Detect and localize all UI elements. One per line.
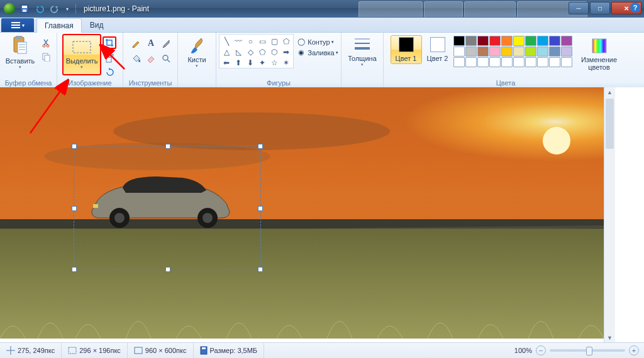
maximize-button[interactable]: □ <box>590 2 610 14</box>
edit-colors-button[interactable]: Изменение цветов <box>577 35 621 73</box>
group-clipboard: Вставить ▾ Буфер обмена <box>0 33 57 88</box>
palette-swatch[interactable] <box>453 46 465 57</box>
crop-button[interactable] <box>103 36 116 49</box>
zoom-knob[interactable] <box>586 347 592 355</box>
canvas-size: 960 × 600пкс <box>128 343 194 358</box>
shape-fill-button[interactable]: ◉Заливка▾ <box>296 47 338 58</box>
tab-home[interactable]: Главная <box>36 18 82 33</box>
palette-swatch[interactable] <box>501 46 513 57</box>
cursor-position-label: 275, 249пкс <box>18 347 55 354</box>
select-label: Выделить <box>66 57 98 65</box>
scroll-down-icon[interactable]: ▼ <box>604 333 615 343</box>
tab-view-label: Вид <box>90 21 104 30</box>
qat-customize-icon[interactable]: ▾ <box>63 3 72 15</box>
minimize-button[interactable]: ─ <box>569 2 589 14</box>
selection-rectangle[interactable] <box>74 146 261 270</box>
color1-swatch <box>399 37 414 52</box>
palette-swatch[interactable] <box>477 36 489 46</box>
palette-swatch[interactable] <box>549 57 560 67</box>
palette-swatch[interactable] <box>549 36 560 46</box>
canvas[interactable] <box>0 87 604 339</box>
undo-icon[interactable] <box>33 3 47 15</box>
palette-swatch[interactable] <box>537 57 548 67</box>
save-icon[interactable] <box>18 3 31 15</box>
scroll-thumb[interactable] <box>606 99 614 149</box>
zoom-slider[interactable] <box>550 349 625 352</box>
zoom-in-button[interactable]: + <box>629 345 639 355</box>
palette-swatch[interactable] <box>525 36 536 46</box>
cut-button[interactable] <box>39 36 54 50</box>
cursor-position: 275, 249пкс <box>0 343 62 358</box>
ribbon-tab-row: ▾ Главная Вид ? <box>0 18 644 33</box>
file-menu-button[interactable]: ▾ <box>1 18 34 32</box>
rotate-button[interactable] <box>103 65 118 79</box>
palette-swatch[interactable] <box>525 46 536 57</box>
color1-button[interactable]: Цвет 1 <box>391 35 422 64</box>
palette-swatch[interactable] <box>549 46 560 57</box>
palette-swatch[interactable] <box>561 46 572 57</box>
palette-swatch[interactable] <box>561 36 572 46</box>
palette-swatch[interactable] <box>525 57 536 67</box>
paste-button[interactable]: Вставить ▾ <box>3 34 38 72</box>
palette-swatch[interactable] <box>489 46 501 57</box>
palette-swatch[interactable] <box>537 46 548 57</box>
color2-swatch <box>430 37 445 52</box>
svg-rect-3 <box>11 22 20 23</box>
palette-swatch[interactable] <box>513 57 525 67</box>
help-button[interactable]: ? <box>630 3 640 13</box>
resize-button[interactable] <box>103 52 118 65</box>
palette-swatch[interactable] <box>513 36 525 46</box>
palette-swatch[interactable] <box>489 36 501 46</box>
palette-swatch[interactable] <box>561 57 572 67</box>
shapes-gallery[interactable]: ╲ 〰 ○ ▭ ▢ ⬠ △ ◺ ◇ ⬠ ⬡ ➡ ⬅ ⬆ ⬇ ✦ ☆ <box>219 34 294 68</box>
palette-swatch[interactable] <box>465 46 477 57</box>
shape-star6-icon: ✶ <box>280 58 292 68</box>
color2-button[interactable]: Цвет 2 <box>422 35 453 64</box>
zoom-out-button[interactable]: − <box>536 345 546 355</box>
size-button[interactable]: Толщина ▾ <box>345 34 380 69</box>
magnifier-button[interactable] <box>158 52 174 65</box>
copy-button[interactable] <box>39 50 54 64</box>
work-area: ▲ ▼ <box>0 87 644 343</box>
shape-curve-icon: 〰 <box>233 36 244 46</box>
pencil-icon <box>131 39 140 48</box>
palette-swatch[interactable] <box>477 46 489 57</box>
redo-icon[interactable] <box>48 3 62 15</box>
shape-roundrect-icon: ▢ <box>269 36 280 46</box>
palette-swatch[interactable] <box>477 57 489 67</box>
eraser-button[interactable] <box>143 52 158 65</box>
chevron-down-icon: ▾ <box>196 63 198 68</box>
window-title: picture1.png - Paint <box>84 4 149 13</box>
zoom-value: 100% <box>514 347 532 354</box>
scroll-up-icon[interactable]: ▲ <box>604 87 615 97</box>
color-palette[interactable] <box>453 36 572 67</box>
palette-swatch[interactable] <box>489 57 501 67</box>
text-button[interactable]: A <box>143 36 158 50</box>
shape-arrowl-icon: ⬅ <box>221 58 232 68</box>
fill-button[interactable] <box>128 52 143 65</box>
outline-label: Контур <box>308 38 330 46</box>
status-bar: 275, 249пкс 296 × 196пкс 960 × 600пкс Ра… <box>0 342 644 358</box>
shape-star4-icon: ✦ <box>257 58 268 68</box>
group-shapes: ╲ 〰 ○ ▭ ▢ ⬠ △ ◺ ◇ ⬠ ⬡ ➡ ⬅ ⬆ ⬇ ✦ ☆ <box>216 33 341 88</box>
pencil-button[interactable] <box>128 36 143 50</box>
shape-oval-icon: ○ <box>245 36 256 46</box>
tab-view[interactable]: Вид <box>82 18 112 32</box>
shape-rtriangle-icon: ◺ <box>233 47 244 57</box>
picker-button[interactable] <box>158 36 174 50</box>
palette-swatch[interactable] <box>453 36 465 46</box>
palette-swatch[interactable] <box>465 36 477 46</box>
vertical-scrollbar[interactable]: ▲ ▼ <box>604 87 615 343</box>
palette-swatch[interactable] <box>513 46 525 57</box>
svg-rect-15 <box>45 55 50 62</box>
palette-swatch[interactable] <box>501 57 513 67</box>
svg-point-19 <box>163 55 168 60</box>
select-button[interactable]: Выделить ▾ <box>62 34 102 75</box>
brushes-button[interactable]: Кисти ▾ <box>181 34 213 70</box>
palette-swatch[interactable] <box>465 57 477 67</box>
palette-swatch[interactable] <box>501 36 513 46</box>
shape-outline-button[interactable]: ◯Контур▾ <box>296 36 338 47</box>
palette-swatch[interactable] <box>453 57 465 67</box>
shape-star5-icon: ☆ <box>269 58 280 68</box>
palette-swatch[interactable] <box>537 36 548 46</box>
